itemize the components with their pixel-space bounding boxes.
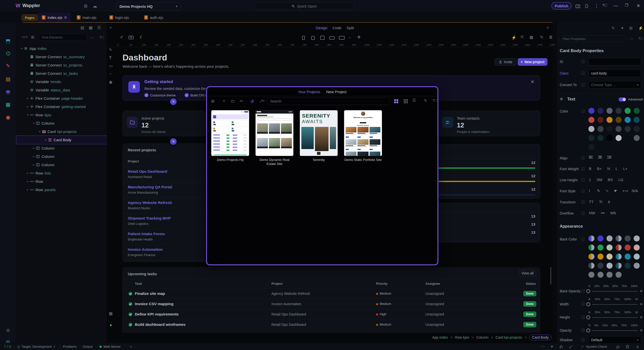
chevron-right-icon[interactable]: ▸ [31, 147, 36, 150]
cut-icon[interactable]: ✂ [240, 99, 243, 103]
color-swatch[interactable] [625, 126, 631, 132]
app-connect-bolt-icon[interactable]: ⚡ [511, 35, 516, 40]
color-swatch[interactable] [625, 244, 631, 251]
color-swatch[interactable] [625, 235, 631, 241]
close-icon[interactable]: ✕ [531, 79, 534, 85]
font-weight-N[interactable]: N [607, 166, 610, 171]
color-swatch[interactable] [616, 263, 622, 269]
add-element-button[interactable]: + [170, 98, 177, 105]
line-height-BS[interactable]: BS [608, 178, 613, 182]
align-center-icon[interactable] [598, 155, 602, 159]
view-all-button[interactable]: View all [519, 270, 536, 277]
clear-icon[interactable]: ✕ [640, 328, 643, 332]
layout-icon[interactable]: ⊞ [629, 26, 632, 30]
info-icon[interactable]: i [581, 60, 585, 63]
add-element-button[interactable]: + [170, 138, 177, 145]
clear-icon[interactable]: ✕ [640, 315, 643, 319]
chevron-right-icon[interactable]: ▸ [25, 171, 30, 175]
chevron-right-icon[interactable]: ▸ [31, 155, 36, 158]
color-swatch[interactable] [616, 117, 622, 123]
edit-icon[interactable]: ✎ [612, 26, 615, 30]
color-swatch[interactable] [616, 235, 622, 241]
check-item[interactable]: ✓Build CRUD [185, 93, 208, 97]
tree-item-column[interactable]: ▸ Column [16, 161, 107, 169]
help-icon[interactable]: ?⃝ [602, 3, 607, 7]
modal-search-input[interactable]: Search [266, 97, 391, 105]
share-icon[interactable]: ⇱ [521, 35, 524, 39]
gear-icon[interactable]: ⚙ [84, 4, 88, 9]
find-elements-input[interactable]: Find Elements [38, 34, 88, 41]
brush-icon[interactable]: ✐ [120, 35, 123, 39]
more-options-icon[interactable]: ⋯ [630, 37, 634, 41]
device-desktop-icon[interactable] [339, 36, 345, 40]
tree-item-panels[interactable]: ▸ Rowpanels [16, 186, 107, 194]
info-icon[interactable]: i [581, 289, 585, 293]
device-laptop-icon[interactable] [329, 36, 335, 40]
color-swatch[interactable] [634, 235, 640, 241]
color-swatch[interactable] [607, 263, 613, 269]
tree-item-column[interactable]: ▾ Column [16, 119, 107, 127]
move-icon[interactable]: ✥ [357, 35, 360, 39]
na-option[interactable]: N/A [632, 189, 638, 193]
tree-item-sc_summary[interactable]: Server Connectsc_summary [16, 53, 107, 61]
mode-design[interactable]: Design [316, 26, 328, 30]
project-card-demo-dynamic-real-estate-site[interactable]: Demo Dynamic Real Estate Site [255, 110, 294, 166]
color-swatch[interactable] [616, 135, 622, 141]
info-icon[interactable]: i [581, 178, 585, 182]
slider-knob[interactable] [586, 329, 590, 332]
align-right-icon[interactable] [607, 155, 612, 159]
slider-knob[interactable] [586, 316, 590, 319]
breadcrumb-item[interactable]: Row kpis [455, 335, 469, 339]
code-icon[interactable]: </> [22, 35, 28, 39]
info-icon[interactable]: i [581, 237, 585, 241]
layout-tree-icon[interactable]: ⊞ [211, 99, 214, 103]
rocket-icon[interactable]: ➴ [606, 189, 609, 193]
color-swatch[interactable] [588, 126, 594, 132]
advanced-toggle[interactable] [619, 97, 626, 101]
tree-item-getting-started[interactable]: ▸ Flex Containergetting-started [16, 102, 107, 111]
info-icon[interactable]: i [581, 212, 585, 215]
font-weight-L[interactable]: L [616, 166, 618, 171]
edit-icon[interactable]: ✎ [424, 99, 427, 103]
restore-button[interactable]: ❐ [625, 3, 628, 8]
tree-item-lists[interactable]: ▸ Rowlists [16, 169, 107, 177]
color-swatch[interactable] [607, 272, 613, 278]
badge-icon[interactable]: ☺ [5, 327, 12, 334]
task-row[interactable]: Build dashboard wireframes Retail Ops Da… [123, 320, 540, 330]
minimize-button[interactable]: — [613, 3, 618, 8]
grid-view-icon[interactable]: ▦ [89, 26, 93, 30]
info-icon[interactable]: i [581, 200, 585, 204]
tree-item-status_data[interactable]: Variablestatus_data [16, 86, 107, 94]
project-card-demo-projects-hq[interactable]: Demo Projects Hq [211, 110, 249, 162]
check-item[interactable]: ✓Customize theme [144, 93, 176, 97]
bolt-icon[interactable]: ⚡ [638, 26, 643, 30]
slider-track[interactable] [592, 330, 638, 331]
refresh-icon[interactable]: ↻ [540, 35, 543, 39]
cloud-download-icon[interactable]: ☁ [93, 4, 97, 8]
thumbs-up-icon[interactable] [559, 345, 563, 349]
color-swatch[interactable] [597, 244, 603, 251]
chevron-right-icon[interactable]: ▸ [25, 188, 30, 191]
project-selector[interactable]: Demo Projects HQ ▾ [116, 2, 181, 10]
packages-icon[interactable]: ⬢ [5, 114, 12, 121]
split-view-icon[interactable] [576, 5, 580, 8]
tree-item-kpi-projects[interactable]: ▾ Cardkpi-projects [16, 127, 107, 136]
help-icon[interactable]: ?⃝ [638, 37, 643, 40]
workflows-icon[interactable]: ⌬ [5, 50, 12, 57]
color-swatch[interactable] [634, 126, 640, 132]
breadcrumb-item[interactable]: App index [432, 335, 448, 339]
info-icon[interactable]: i [581, 329, 585, 332]
color-swatch[interactable] [634, 263, 640, 269]
convert-to-select[interactable]: Choose Type ... ▾ [588, 81, 641, 89]
add-target-icon[interactable]: + [130, 344, 132, 349]
line-height-LG[interactable]: LG [618, 178, 623, 182]
color-swatch[interactable] [625, 117, 631, 123]
info-icon[interactable]: i [581, 110, 585, 113]
letter-spacing-icon[interactable]: ⟷ [623, 189, 628, 193]
output-button[interactable]: Output [83, 345, 93, 348]
grid-icon[interactable]: ▦ [530, 35, 533, 39]
color-swatch[interactable] [616, 126, 622, 132]
task-row[interactable]: Finalize site map Agency Website Refresh… [123, 289, 540, 299]
mode-code[interactable]: Code [333, 26, 342, 30]
line-height-1[interactable]: 1 [589, 178, 591, 182]
